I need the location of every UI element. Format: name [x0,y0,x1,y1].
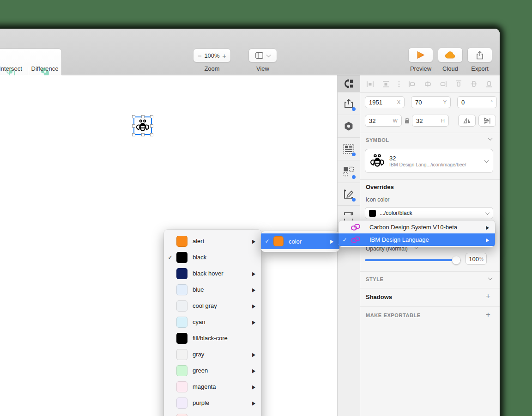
rotation-field[interactable]: 0 ° [457,96,497,108]
align-center-horizontal-icon[interactable] [424,81,431,87]
symbol-collapse-chevron-icon[interactable] [488,136,493,141]
x-unit: X [397,99,400,105]
menu-item-cyan[interactable]: cyan ▶ [164,314,261,330]
chevron-down-icon [266,53,271,57]
resize-handle-se[interactable] [150,133,153,136]
library-link-icon [351,224,360,231]
lock-aspect-icon[interactable] [405,117,410,124]
chevron-down-icon [485,210,490,215]
menu-item-black-hover[interactable]: black hover ▶ [164,265,261,281]
opacity-value-field[interactable]: 100 % [466,253,487,265]
symbol-info: 32 IBM Design Lang.../icon/image/bee/ [389,155,480,167]
icon-color-override-dropdown[interactable]: .../color/black [365,207,493,219]
resize-handle-nw[interactable] [132,115,135,118]
layout-view-icon [255,52,263,59]
make-exportable-button[interactable]: + [486,310,490,319]
zoom-control: − 100% + [193,49,231,62]
color-swatch [176,268,187,279]
distribute-horizontally-icon[interactable] [367,81,374,87]
zoom-out-button[interactable]: − [198,52,202,59]
resize-handle-n[interactable] [141,115,145,118]
submenu-arrow-icon: ▶ [252,367,255,373]
resize-handle-s[interactable] [141,133,145,136]
x-position-field[interactable]: 1951 X [365,96,405,108]
symbol-selector-dropdown[interactable]: 32 IBM Design Lang.../icon/image/bee/ [365,149,493,173]
flip-vertical-button[interactable] [478,115,496,127]
notification-badge [352,107,356,111]
y-value: 70 [415,99,443,106]
view-button[interactable] [248,49,277,62]
zoom-level: 100% [204,52,219,59]
style-collapse-chevron-icon[interactable] [488,275,493,280]
menu-item-alert[interactable]: alert ▶ [164,233,261,249]
align-right-icon[interactable] [440,81,447,87]
menu-item-color-group[interactable]: ✓ color ▶ [261,233,339,249]
add-shadow-button[interactable]: + [486,292,490,301]
color-swatch [369,210,376,217]
checkmark-icon: ✓ [261,238,273,245]
menu-item-ibm-design-language[interactable]: ✓ IBM Design Language ▶ [339,233,495,246]
color-options-menu: alert ▶ ✓ black black hover ▶ blue ▶ coo… [164,230,261,416]
menu-item-cool-gray[interactable]: cool gray ▶ [164,298,261,314]
cloud-icon [445,51,456,59]
upload-tool-button[interactable] [338,92,360,115]
y-unit: Y [443,99,447,105]
share-export-icon [476,51,484,60]
height-value: 32 [416,117,441,124]
menu-item-blue[interactable]: blue ▶ [164,281,261,298]
color-swatch [176,284,187,295]
cloud-label: Cloud [442,65,458,72]
menu-item-green[interactable]: green ▶ [164,362,261,379]
upload-icon [344,98,354,109]
intersect-label: Intersect [0,65,22,72]
opacity-slider-track[interactable] [365,259,457,261]
layout-tool-button[interactable] [338,138,360,160]
zoom-in-button[interactable]: + [222,52,226,59]
align-left-icon[interactable] [409,81,416,87]
alignment-toolbar [360,75,500,93]
menu-item-gray[interactable]: gray ▶ [164,346,261,362]
y-position-field[interactable]: 70 Y [411,96,451,108]
align-top-icon[interactable] [455,80,462,87]
menu-item-black[interactable]: ✓ black [164,249,261,265]
width-field[interactable]: 32 W [365,115,402,127]
style-section-header: STYLE [366,276,383,282]
resize-handle-w[interactable] [132,124,135,128]
opacity-unit: % [479,257,484,262]
flip-horizontal-button[interactable] [458,115,476,127]
cloud-button[interactable] [438,48,463,62]
settings-tool-button[interactable] [338,115,360,138]
align-middle-vertical-icon[interactable] [471,80,477,87]
edit-symbol-tool-button[interactable] [338,183,360,206]
menu-item-purple[interactable]: purple ▶ [164,395,261,411]
color-swatch [273,236,284,246]
export-button[interactable] [467,48,492,62]
preview-button[interactable] [408,48,433,62]
width-value: 32 [369,117,393,124]
height-field[interactable]: 32 H [412,115,449,127]
color-swatch [176,381,187,392]
submenu-arrow-icon: ▶ [252,351,255,357]
separator-dots-icon [398,81,400,87]
menu-item-fill-black-core[interactable]: fill/black-core [164,330,261,346]
resize-handle-ne[interactable] [150,115,153,118]
submenu-arrow-icon: ▶ [252,384,255,390]
app-toolbar: Intersect Difference − 100% + Zoom View [0,29,500,75]
color-swatch [176,365,187,376]
swap-instances-tool-button[interactable] [338,160,360,183]
resize-handle-e[interactable] [150,124,153,128]
carbon-plugin-button[interactable] [338,75,360,92]
hexagon-nut-icon [344,121,354,131]
symbol-path: IBM Design Lang.../icon/image/bee/ [389,162,480,167]
opacity-slider-knob[interactable] [452,256,460,264]
color-swatch [176,349,187,360]
resize-handle-sw[interactable] [132,133,135,136]
submenu-arrow-icon: ▶ [486,224,489,230]
distribute-vertically-icon[interactable] [382,81,389,87]
icon-color-label: icon color [366,196,389,203]
menu-item-magenta[interactable]: magenta ▶ [164,379,261,395]
menu-item-red[interactable]: red ▶ [164,411,261,416]
selected-symbol-bee[interactable] [133,116,152,135]
align-bottom-icon[interactable] [486,80,492,87]
menu-item-carbon-design-system[interactable]: Carbon Design System V10-beta ▶ [339,221,495,233]
